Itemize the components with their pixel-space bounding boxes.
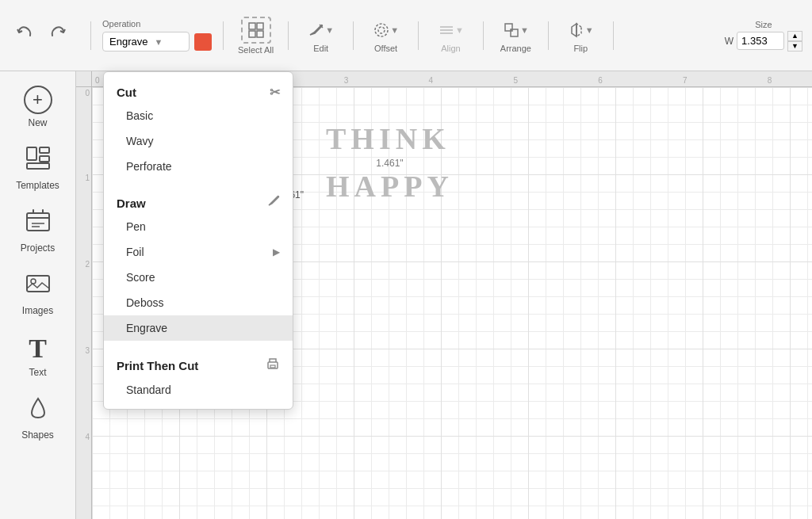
flip-label: Flip (573, 44, 588, 53)
divider-1 (90, 21, 91, 50)
edit-button[interactable]: ▼ (303, 18, 339, 42)
divider-7 (548, 21, 549, 50)
size-down-button[interactable]: ▼ (787, 41, 802, 52)
new-icon: + (24, 86, 52, 114)
engrave-color-indicator (194, 33, 212, 51)
size-label: Size (755, 20, 772, 29)
cut-section-header: Cut ✂ (104, 78, 293, 103)
divider-2 (223, 21, 224, 50)
deboss-label: Deboss (126, 296, 163, 309)
select-all-group: Select All (238, 17, 274, 55)
arrange-group: ▼ Arrange (498, 18, 534, 53)
menu-item-score[interactable]: Score (104, 265, 293, 290)
align-button[interactable]: ▼ (433, 18, 469, 42)
foil-submenu-arrow: ▶ (273, 246, 280, 258)
svg-rect-12 (27, 147, 36, 160)
sidebar: + New Templates Projects Images T Text S… (0, 71, 76, 519)
foil-label: Foil (126, 246, 144, 258)
menu-sep-1 (104, 179, 293, 189)
size-input-row: W 1.353 ▲ ▼ (725, 31, 802, 52)
sidebar-item-shapes[interactable]: Shapes (6, 387, 70, 448)
score-label: Score (126, 271, 155, 284)
svg-rect-1 (257, 23, 263, 29)
select-all-button[interactable] (241, 17, 271, 44)
undo-redo-group (10, 20, 73, 51)
align-group: ▼ Align (433, 18, 469, 53)
sidebar-item-label-images: Images (22, 305, 53, 316)
divider-5 (418, 21, 419, 50)
templates-icon (25, 146, 51, 177)
pencil-icon (267, 195, 280, 211)
pen-label: Pen (126, 220, 146, 233)
ruler-vertical: 0 1 2 3 4 (76, 87, 92, 519)
think-text-line2: HAPPY (326, 170, 454, 204)
think-text-line1: THINK (326, 123, 454, 156)
offset-group: ▼ Offset (368, 18, 404, 53)
draw-section-header: Draw (104, 189, 293, 214)
edit-label: Edit (313, 44, 328, 53)
svg-rect-15 (27, 163, 49, 169)
select-all-label: Select All (238, 45, 274, 55)
svg-rect-3 (257, 31, 263, 37)
svg-rect-34 (270, 365, 275, 368)
redo-button[interactable] (43, 20, 73, 51)
svg-rect-0 (249, 23, 255, 29)
operation-row: Engrave ▼ (102, 32, 212, 52)
menu-item-foil[interactable]: Foil ▶ (104, 239, 293, 265)
svg-rect-17 (27, 276, 49, 292)
svg-point-18 (31, 279, 36, 284)
sidebar-item-projects[interactable]: Projects (6, 200, 70, 261)
wavy-label: Wavy (126, 135, 153, 147)
sidebar-item-label-text: Text (29, 367, 46, 378)
menu-item-pen[interactable]: Pen (104, 214, 293, 239)
menu-sep-2 (104, 341, 293, 350)
draw-label: Draw (117, 197, 146, 210)
flip-button[interactable]: ▼ (563, 18, 599, 42)
offset-label: Offset (374, 44, 397, 53)
offset-button[interactable]: ▼ (368, 18, 404, 42)
print-then-cut-section-header: Print Then Cut (104, 350, 293, 377)
svg-rect-14 (40, 156, 49, 162)
sidebar-item-images[interactable]: Images (6, 263, 70, 324)
menu-item-deboss[interactable]: Deboss (104, 290, 293, 315)
scissors-icon: ✂ (270, 85, 280, 100)
print-then-cut-label: Print Then Cut (117, 359, 198, 372)
size-w-input[interactable]: 1.353 (737, 32, 784, 50)
arrange-label: Arrange (500, 44, 531, 53)
shapes-icon (25, 395, 51, 426)
menu-item-basic[interactable]: Basic (104, 103, 293, 128)
operation-select[interactable]: Engrave ▼ (102, 32, 190, 52)
operation-label: Operation (102, 19, 212, 29)
sidebar-item-label-shapes: Shapes (21, 429, 54, 441)
size-group: Size W 1.353 ▲ ▼ (725, 20, 802, 52)
divider-4 (353, 21, 354, 50)
sidebar-item-templates[interactable]: Templates (6, 138, 70, 199)
menu-item-perforate[interactable]: Perforate (104, 154, 293, 179)
toolbar: Operation Engrave ▼ Select All ▼ Edit ▼ (0, 0, 812, 71)
sidebar-item-new[interactable]: + New (6, 78, 70, 136)
divider-6 (483, 21, 484, 50)
think-happy-dimension: 1.461" (326, 158, 454, 169)
menu-item-engrave[interactable]: Engrave (104, 315, 293, 341)
undo-button[interactable] (10, 20, 40, 51)
sidebar-item-label-projects: Projects (21, 242, 55, 254)
ruler-corner (76, 71, 92, 87)
divider-3 (288, 21, 289, 50)
arrange-button[interactable]: ▼ (498, 18, 534, 42)
printer-icon (266, 357, 280, 374)
chevron-down-icon: ▼ (154, 37, 163, 47)
sidebar-item-label-templates: Templates (16, 180, 59, 191)
svg-point-5 (375, 24, 388, 36)
svg-rect-16 (27, 213, 49, 231)
size-up-button[interactable]: ▲ (787, 31, 802, 41)
menu-item-wavy[interactable]: Wavy (104, 128, 293, 154)
align-label: Align (441, 44, 460, 53)
menu-item-standard[interactable]: Standard (104, 377, 293, 403)
sidebar-item-text[interactable]: T Text (6, 326, 70, 386)
text-icon: T (29, 334, 47, 364)
operation-dropdown-menu: Cut ✂ Basic Wavy Perforate Draw Pen Foil… (103, 71, 293, 410)
operation-group: Operation Engrave ▼ (102, 19, 212, 52)
cut-label: Cut (117, 86, 136, 99)
size-w-label: W (725, 36, 733, 47)
flip-group: ▼ Flip (563, 18, 599, 53)
